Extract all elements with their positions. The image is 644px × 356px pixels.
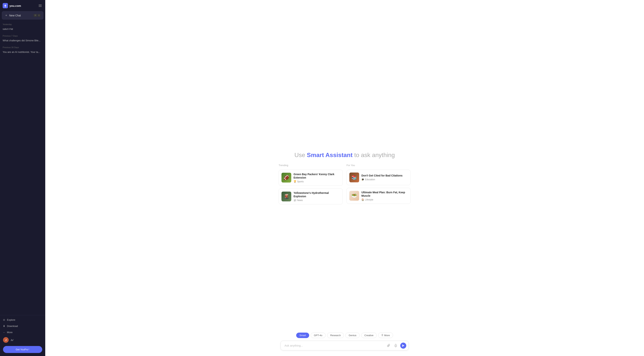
trending-column: Trending 🏈 Green Bay Packers' Kenny Clar… [279, 164, 343, 205]
tab-gpt4o[interactable]: GPT-4o [311, 333, 326, 338]
main-content: Use Smart Assistant to ask anything Tren… [45, 0, 644, 356]
chat-item-prev30[interactable]: You are an AI nutritionist. Your ta... [0, 49, 45, 55]
chat-input[interactable] [283, 341, 386, 350]
card-category-news: 📰 News [294, 199, 340, 202]
prev7-label: Previous 7 Days [0, 34, 45, 38]
citations-category-label: Education [365, 178, 375, 181]
svg-rect-4 [395, 344, 396, 346]
card-title-citations: Don't Get Cited for Bad Citations [362, 174, 408, 177]
send-button[interactable] [400, 342, 406, 349]
card-title-lifestyle: Ultimate Meal Plan: Burn Fat, Keep Muscl… [362, 191, 408, 198]
tab-smart[interactable]: Smart [296, 333, 309, 338]
explore-label: Explore [7, 318, 15, 321]
sidebar-download[interactable]: ⬇ Download [1, 323, 44, 329]
card-thumb-news: 🌋 [282, 192, 291, 201]
news-category-label: News [297, 199, 303, 202]
sports-category-label: Sports [297, 180, 304, 183]
sidebar-more[interactable]: ··· More [1, 329, 44, 335]
lifestyle-category-icon: 🏠 [362, 198, 364, 201]
card-lifestyle[interactable]: 🥗 Ultimate Meal Plan: Burn Fat, Keep Mus… [346, 188, 410, 204]
news-category-icon: 📰 [294, 199, 296, 202]
tab-genius[interactable]: Genius [346, 333, 360, 338]
logo-text: you.com [10, 4, 21, 7]
svg-rect-2 [39, 6, 42, 6]
more-label: More [7, 331, 13, 334]
logo-area: you.com [3, 3, 21, 8]
for-you-column: For You 📚 Don't Get Cited for Bad Citati… [346, 164, 410, 205]
card-category-lifestyle: 🏠 Lifestyle [362, 198, 408, 201]
more-icon: ··· [3, 331, 5, 334]
input-icons [386, 342, 406, 349]
sports-category-icon: 🏆 [294, 180, 296, 183]
more-grid-icon: ⠿ [382, 334, 383, 337]
card-title-sports: Green Bay Packers' Kenny Clark Extension [294, 172, 340, 179]
chat-item-yesterday[interactable]: salut il fat [0, 26, 45, 32]
sidebar-toggle-button[interactable] [38, 3, 42, 8]
card-thumb-lifestyle: 🥗 [349, 191, 359, 201]
avatar: J [3, 337, 9, 343]
hero-text: Use Smart Assistant to ask anything [294, 151, 395, 158]
citations-category-icon: 🎓 [362, 178, 364, 181]
card-category-sports: 🏆 Sports [294, 180, 340, 183]
sidebar: you.com ＋ New Chat ⌘ K Yesterday salut i… [0, 0, 45, 356]
new-chat-label: New Chat [9, 14, 21, 17]
attach-button[interactable] [386, 343, 391, 348]
microphone-button[interactable] [393, 343, 398, 348]
sidebar-explore[interactable]: ⊙ Explore [1, 317, 44, 323]
tab-more[interactable]: ⠿ More [378, 332, 393, 338]
sports-thumb-emoji: 🏈 [284, 175, 289, 180]
mode-tabs: Smart GPT-4o Research Genius Creative ⠿ … [296, 332, 393, 338]
svg-rect-1 [39, 5, 42, 5]
get-pro-button[interactable]: Get YouPro⁺ [3, 346, 42, 353]
card-citations[interactable]: 📚 Don't Get Cited for Bad Citations 🎓 Ed… [346, 170, 410, 185]
card-info-citations: Don't Get Cited for Bad Citations 🎓 Educ… [362, 174, 408, 181]
new-chat-shortcut: ⌘ K [34, 14, 40, 17]
user-name: Ju' [10, 339, 14, 341]
sidebar-user[interactable]: J Ju' [1, 335, 44, 344]
prev30-label: Previous 30 Days [0, 45, 45, 49]
card-info-news: Yellowstone's Hydrothermal Explosion 📰 N… [294, 191, 340, 202]
chat-item-prev7[interactable]: What challenges did Simone Bile... [0, 38, 45, 43]
hero-prefix: Use [294, 151, 307, 158]
input-area: Smart GPT-4o Research Genius Creative ⠿ … [280, 332, 409, 350]
card-title-news: Yellowstone's Hydrothermal Explosion [294, 191, 340, 198]
for-you-label: For You [346, 164, 410, 167]
hero-suffix: to ask anything [352, 151, 395, 158]
chat-input-wrapper [280, 341, 409, 350]
news-thumb-emoji: 🌋 [284, 194, 289, 199]
hero-highlight: Smart Assistant [307, 151, 352, 158]
plus-icon: ＋ [5, 14, 8, 17]
tab-creative[interactable]: Creative [361, 333, 377, 338]
sidebar-header: you.com [0, 0, 45, 10]
card-thumb-sports: 🏈 [282, 173, 291, 183]
cards-container: Trending 🏈 Green Bay Packers' Kenny Clar… [279, 164, 410, 205]
card-info-lifestyle: Ultimate Meal Plan: Burn Fat, Keep Muscl… [362, 191, 408, 201]
card-news[interactable]: 🌋 Yellowstone's Hydrothermal Explosion 📰… [279, 188, 343, 205]
citations-thumb-emoji: 📚 [352, 175, 357, 180]
you-com-logo-icon [3, 3, 8, 8]
sidebar-bottom: ⊙ Explore ⬇ Download ··· More J Ju' Get … [0, 315, 45, 356]
card-sports[interactable]: 🏈 Green Bay Packers' Kenny Clark Extensi… [279, 170, 343, 186]
explore-icon: ⊙ [3, 318, 5, 321]
card-thumb-citations: 📚 [349, 172, 359, 182]
card-category-citations: 🎓 Education [362, 178, 408, 181]
tab-research[interactable]: Research [327, 333, 344, 338]
svg-rect-3 [39, 7, 42, 7]
card-info-sports: Green Bay Packers' Kenny Clark Extension… [294, 172, 340, 183]
lifestyle-thumb-emoji: 🥗 [352, 193, 357, 198]
avatar-initials: J [5, 339, 6, 341]
new-chat-button[interactable]: ＋ New Chat ⌘ K [2, 11, 43, 20]
lifestyle-category-label: Lifestyle [365, 198, 373, 201]
download-icon: ⬇ [3, 325, 5, 327]
download-label: Download [7, 325, 18, 327]
trending-label: Trending [279, 164, 343, 167]
yesterday-label: Yesterday [0, 22, 45, 26]
